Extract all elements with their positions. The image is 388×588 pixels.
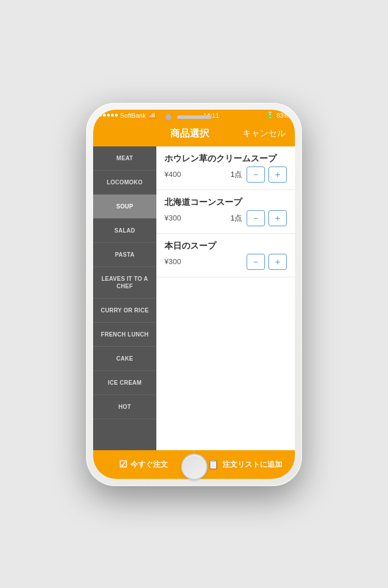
menu-item-1-price: ¥400	[164, 170, 181, 179]
order-now-button[interactable]: ☑ 今すぐ注文	[93, 450, 194, 479]
cancel-button[interactable]: キャンセル	[243, 128, 286, 139]
home-button[interactable]	[181, 454, 208, 480]
sidebar-item-ice-cream[interactable]: ICE CREAM	[93, 371, 156, 395]
menu-item-2-plus-button[interactable]: ＋	[268, 210, 287, 226]
sidebar-item-locomoko[interactable]: LOCOMOKO	[93, 171, 156, 195]
menu-item-1-row: ¥400 1点 － ＋	[164, 167, 287, 183]
menu-item-2-controls: 1点 － ＋	[229, 210, 287, 226]
sidebar-item-curry-or-rice[interactable]: CURRY OR RICE	[93, 299, 156, 323]
menu-item-1-controls: 1点 － ＋	[229, 167, 287, 183]
sidebar-item-pasta[interactable]: PASTA	[93, 243, 156, 267]
menu-item-2-minus-button[interactable]: －	[247, 210, 265, 226]
order-now-icon: ☑	[119, 459, 127, 470]
menu-item-1-name: ホウレン草のクリームスープ	[164, 153, 287, 164]
carrier-name: SoftBank	[120, 112, 146, 119]
menu-item-3-price: ¥300	[164, 257, 181, 266]
camera	[166, 114, 171, 120]
menu-item-3-row: ¥300 － ＋	[164, 254, 287, 270]
battery-level: 83%	[276, 112, 289, 119]
add-to-list-button[interactable]: 📋 注文リストに追加	[194, 450, 295, 479]
content-area: MEAT LOCOMOKO SOUP SALAD PASTA LEAVES IT…	[93, 146, 295, 450]
phone-screen: SoftBank 📶 14:11 🔋 83% 商品選択 キャンセル MEAT L…	[93, 110, 295, 479]
nav-title: 商品選択	[170, 127, 209, 140]
add-to-list-label: 注文リストに追加	[222, 459, 282, 470]
nav-bar: 商品選択 キャンセル	[93, 121, 295, 146]
sidebar-item-leaves-it-to-chef[interactable]: LEAVES IT TO A CHEF	[93, 267, 156, 299]
sidebar-item-hot[interactable]: HOT	[93, 395, 156, 419]
menu-item-2: 北海道コーンスープ ¥300 1点 － ＋	[156, 190, 295, 234]
menu-item-3-minus-button[interactable]: －	[247, 254, 265, 270]
sidebar-item-french-lunch[interactable]: FRENCH LUNCH	[93, 323, 156, 347]
add-to-list-icon: 📋	[208, 459, 219, 470]
phone-frame: SoftBank 📶 14:11 🔋 83% 商品選択 キャンセル MEAT L…	[86, 103, 302, 486]
sidebar-item-cake[interactable]: CAKE	[93, 347, 156, 371]
sidebar-item-salad[interactable]: SALAD	[93, 219, 156, 243]
speaker	[177, 115, 212, 119]
battery-icon: 🔋	[266, 111, 274, 119]
sidebar: MEAT LOCOMOKO SOUP SALAD PASTA LEAVES IT…	[93, 146, 156, 450]
menu-item-3-controls: － ＋	[247, 254, 287, 270]
menu-item-3-name: 本日のスープ	[164, 241, 287, 252]
signal-dots	[99, 114, 118, 117]
wifi-icon: 📶	[148, 111, 156, 119]
menu-item-2-name: 北海道コーンスープ	[164, 197, 287, 208]
menu-content: ホウレン草のクリームスープ ¥400 1点 － ＋ 北海道コーンスープ ¥	[156, 146, 295, 450]
menu-item-1-plus-button[interactable]: ＋	[268, 167, 287, 183]
menu-item-1-minus-button[interactable]: －	[247, 167, 265, 183]
menu-item-2-price: ¥300	[164, 214, 181, 222]
status-right: 🔋 83%	[266, 111, 289, 119]
sidebar-item-soup[interactable]: SOUP	[93, 195, 156, 219]
menu-item-1-count: 1点	[229, 169, 243, 180]
menu-item-1: ホウレン草のクリームスープ ¥400 1点 － ＋	[156, 146, 295, 190]
menu-item-2-row: ¥300 1点 － ＋	[164, 210, 287, 226]
status-left: SoftBank 📶	[99, 111, 156, 119]
menu-item-2-count: 1点	[229, 213, 243, 223]
order-now-label: 今すぐ注文	[130, 459, 168, 470]
menu-item-3: 本日のスープ ¥300 － ＋	[156, 234, 295, 277]
sidebar-item-meat[interactable]: MEAT	[93, 146, 156, 171]
menu-item-3-plus-button[interactable]: ＋	[268, 254, 287, 270]
